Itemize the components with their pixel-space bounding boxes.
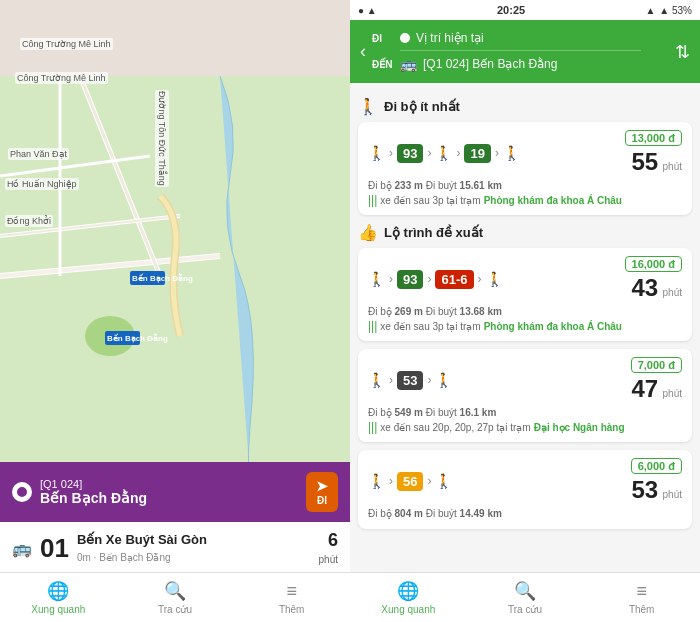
bar-icon-s2: ||| bbox=[368, 420, 377, 434]
bus-badge-61-6: 61-6 bbox=[435, 270, 473, 289]
bus-badge-56: 56 bbox=[397, 472, 423, 491]
go-button[interactable]: ➤ ĐI bbox=[306, 472, 338, 512]
exchange-icon[interactable]: ⇅ bbox=[675, 41, 690, 63]
route-header: ‹ ĐI Vị trí hiện tại ĐẾN 🚌 [Q1 024] Bến … bbox=[350, 20, 700, 83]
section-walk-header: 🚶 Đi bộ ít nhất bbox=[358, 97, 692, 116]
left-bottom-nav: 🌐 Xung quanh 🔍 Tra cứu ≡ Thêm bbox=[0, 572, 350, 622]
card-right-walk-least: 13,000 đ 55 phút bbox=[625, 130, 682, 176]
search-icon-right: 🔍 bbox=[514, 580, 536, 602]
bus-badge-93: 93 bbox=[397, 144, 423, 163]
arrow-3: › bbox=[456, 146, 460, 160]
walk-step-icon: 🚶 bbox=[368, 145, 385, 161]
arrow-4: › bbox=[495, 146, 499, 160]
walk-icon-s3-end: 🚶 bbox=[435, 473, 452, 489]
price-badge-s1: 16,000 đ bbox=[625, 256, 682, 272]
nav-item-xung-quanh-left[interactable]: 🌐 Xung quanh bbox=[0, 573, 117, 622]
right-bottom-nav: 🌐 Xung quanh 🔍 Tra cứu ≡ Thêm bbox=[350, 572, 700, 622]
menu-icon-right: ≡ bbox=[636, 581, 647, 602]
map-label-ton-duc: Đường Tôn Đức Thắng bbox=[155, 90, 169, 187]
walk-icon: 🚶 bbox=[358, 97, 378, 116]
bus-route-item-01[interactable]: 🚌 01 Bến Xe Buýt Sài Gòn 0m · Bến Bạch Đ… bbox=[0, 522, 350, 575]
route-to-row: ĐẾN 🚌 [Q1 024] Bến Bạch Đằng bbox=[372, 53, 669, 75]
right-panel: ● ▲ 20:25 ▲ ▲ 53% ‹ ĐI Vị trí hiện tại Đ… bbox=[350, 0, 700, 622]
status-left: ● ▲ bbox=[358, 5, 377, 16]
right-content: 🚶 Đi bộ ít nhất 🚶 › 93 › 🚶 › 19 › 🚶 13,0 bbox=[350, 83, 700, 572]
from-dot bbox=[400, 33, 410, 43]
right-status-bar: ● ▲ 20:25 ▲ ▲ 53% bbox=[350, 0, 700, 20]
bar-icon-1: ||| bbox=[368, 193, 377, 207]
map-label-cong-truong: Công Trường Mê Linh bbox=[20, 38, 113, 50]
route-steps-walk-least: 🚶 › 93 › 🚶 › 19 › 🚶 bbox=[368, 144, 520, 163]
price-badge-1: 13,000 đ bbox=[625, 130, 682, 146]
globe-icon-right: 🌐 bbox=[397, 580, 419, 602]
arrow-2: › bbox=[427, 146, 431, 160]
status-time: 20:25 bbox=[497, 4, 525, 16]
globe-icon-left: 🌐 bbox=[47, 580, 69, 602]
svg-text:Bến Bạch Đằng: Bến Bạch Đằng bbox=[132, 273, 193, 283]
bus-icon-route: 🚌 bbox=[400, 56, 417, 72]
walk-icon-s2: 🚶 bbox=[368, 372, 385, 388]
walk-icon-s3: 🚶 bbox=[368, 473, 385, 489]
route-card-suggested-1[interactable]: 🚶 › 93 › 61-6 › 🚶 16,000 đ 43 phút bbox=[358, 248, 692, 341]
map-label-cong-truong2: Công Trường Mê Linh bbox=[15, 72, 108, 84]
left-panel: Bến Bạch Đằng Bến Bạch Đằng Công Trường … bbox=[0, 0, 350, 622]
section-suggested-header: 👍 Lộ trình đề xuất bbox=[358, 223, 692, 242]
bus-stop-circle-icon bbox=[12, 482, 32, 502]
location-icon: ▲ bbox=[645, 5, 655, 16]
bus-stop-name: [Q1 024] Bến Bạch Đằng bbox=[40, 478, 147, 506]
bus-stop-banner: [Q1 024] Bến Bạch Đằng ➤ ĐI bbox=[0, 462, 350, 522]
status-right: ▲ ▲ 53% bbox=[645, 5, 692, 16]
route-card-walk-least[interactable]: 🚶 › 93 › 🚶 › 19 › 🚶 13,000 đ 55 phút bbox=[358, 122, 692, 215]
route-card-suggested-2[interactable]: 🚶 › 53 › 🚶 7,000 đ 47 phút Đi bộ 549 m Đ… bbox=[358, 349, 692, 442]
back-button[interactable]: ‹ bbox=[360, 41, 366, 62]
arrow-1: › bbox=[389, 146, 393, 160]
walk-step-2: 🚶 bbox=[435, 145, 452, 161]
bar-icon-s1: ||| bbox=[368, 319, 377, 333]
nav-item-them-right[interactable]: ≡ Thêm bbox=[583, 573, 700, 622]
price-badge-s2: 7,000 đ bbox=[631, 357, 682, 373]
walk-icon-s1: 🚶 bbox=[368, 271, 385, 287]
menu-icon-left: ≡ bbox=[286, 581, 297, 602]
map-label-dong-khoi: Đồng Khởi bbox=[5, 215, 53, 227]
map-label-phan-van: Phan Văn Đạt bbox=[8, 148, 69, 160]
walk-step-3: 🚶 bbox=[503, 145, 520, 161]
bus-badge-53: 53 bbox=[397, 371, 423, 390]
bus-badge-19: 19 bbox=[464, 144, 490, 163]
walk-icon-s1-end: 🚶 bbox=[486, 271, 503, 287]
svg-text:Bến Bạch Đằng: Bến Bạch Đằng bbox=[107, 333, 168, 343]
route-card-suggested-3[interactable]: 🚶 › 56 › 🚶 6,000 đ 53 phút Đi bộ 804 m Đ… bbox=[358, 450, 692, 529]
walk-icon-s2-end: 🚶 bbox=[435, 372, 452, 388]
nav-item-them-left[interactable]: ≡ Thêm bbox=[233, 573, 350, 622]
search-icon-left: 🔍 bbox=[164, 580, 186, 602]
thumbs-up-icon: 👍 bbox=[358, 223, 378, 242]
nav-item-xung-quanh-right[interactable]: 🌐 Xung quanh bbox=[350, 573, 467, 622]
nav-item-tra-cuu-right[interactable]: 🔍 Tra cứu bbox=[467, 573, 584, 622]
nav-item-tra-cuu-left[interactable]: 🔍 Tra cứu bbox=[117, 573, 234, 622]
bus-badge-93-s1: 93 bbox=[397, 270, 423, 289]
card-top-walk-least: 🚶 › 93 › 🚶 › 19 › 🚶 13,000 đ 55 phút bbox=[368, 130, 682, 176]
price-badge-s3: 6,000 đ bbox=[631, 458, 682, 474]
route-from-row: ĐI Vị trí hiện tại bbox=[372, 28, 669, 48]
bus-stop-content: [Q1 024] Bến Bạch Đằng bbox=[12, 478, 147, 506]
map-label-ho-huan: Hồ Huấn Nghiệp bbox=[5, 178, 79, 190]
card-detail-walk-least: Đi bộ 233 m Đi buýt 15.61 km bbox=[368, 180, 682, 191]
card-station-walk-least: ||| xe đến sau 3p tại trạm Phòng khám đa… bbox=[368, 193, 682, 207]
